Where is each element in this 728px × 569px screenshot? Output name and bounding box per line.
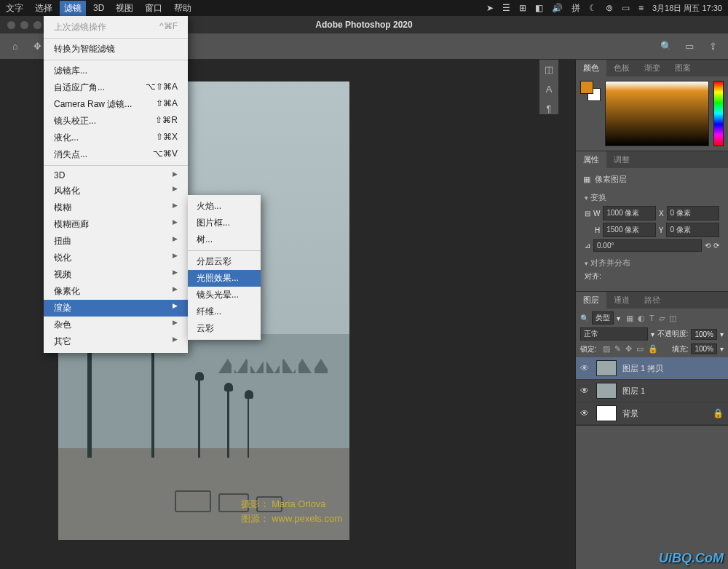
menu-group-other[interactable]: 其它▶ bbox=[44, 333, 188, 350]
filter-pixel-icon[interactable]: ▦ bbox=[626, 314, 633, 323]
submenu-difference-clouds[interactable]: 分层云彩 bbox=[188, 253, 261, 270]
x-field[interactable]: 0 像素 bbox=[667, 206, 719, 220]
layer-name[interactable]: 图层 1 拷贝 bbox=[622, 363, 663, 374]
layer-thumbnail[interactable] bbox=[596, 405, 617, 421]
paragraph-icon[interactable]: ¶ bbox=[547, 103, 552, 114]
tab-layers[interactable]: 图层 bbox=[576, 292, 606, 309]
wechat-icon[interactable]: ☰ bbox=[502, 3, 510, 13]
submenu-picture-frame[interactable]: 图片框... bbox=[188, 215, 261, 231]
menu-group-video[interactable]: 视频▶ bbox=[44, 266, 188, 283]
filter-adjust-icon[interactable]: ◐ bbox=[638, 314, 645, 323]
input-method[interactable]: 拼 bbox=[571, 2, 580, 15]
menu-text[interactable]: 文字 bbox=[6, 2, 23, 15]
menu-filter[interactable]: 滤镜 bbox=[60, 1, 86, 16]
submenu-tree[interactable]: 树... bbox=[188, 231, 261, 248]
opacity-field[interactable]: 100% bbox=[691, 329, 717, 340]
menu-select[interactable]: 选择 bbox=[35, 2, 52, 15]
location-icon[interactable]: ➤ bbox=[486, 3, 494, 13]
height-field[interactable]: 1500 像素 bbox=[603, 223, 656, 237]
layer-item[interactable]: 👁 图层 1 bbox=[576, 380, 728, 402]
flip-v-icon[interactable]: ⟳ bbox=[713, 242, 719, 250]
submenu-lighting-effects[interactable]: 光照效果... bbox=[188, 270, 261, 287]
menu-camera-raw[interactable]: Camera Raw 滤镜...⇧⌘A bbox=[44, 96, 188, 113]
layer-item[interactable]: 👁 图层 1 拷贝 bbox=[576, 357, 728, 380]
visibility-icon[interactable]: 👁 bbox=[580, 363, 590, 373]
tab-gradients[interactable]: 渐变 bbox=[637, 60, 668, 76]
menu-liquify[interactable]: 液化...⇧⌘X bbox=[44, 130, 188, 146]
fg-bg-swatch[interactable] bbox=[580, 81, 601, 101]
grid-icon[interactable]: ⊞ bbox=[519, 3, 526, 13]
menu-window[interactable]: 窗口 bbox=[145, 2, 162, 15]
character-icon[interactable]: A bbox=[546, 84, 553, 95]
tab-adjustments[interactable]: 调整 bbox=[606, 151, 637, 168]
tab-paths[interactable]: 路径 bbox=[637, 292, 668, 309]
menu-group-render[interactable]: 渲染▶ bbox=[44, 300, 188, 317]
menu-adaptive-wide[interactable]: 自适应广角...⌥⇧⌘A bbox=[44, 79, 188, 96]
battery-icon[interactable]: ▭ bbox=[622, 3, 630, 13]
layer-item[interactable]: 👁 背景 🔒 bbox=[576, 402, 728, 425]
menu-group-distort[interactable]: 扭曲▶ bbox=[44, 233, 188, 250]
tab-channels[interactable]: 通道 bbox=[606, 292, 637, 309]
layer-name[interactable]: 背景 bbox=[622, 408, 638, 419]
move-tool-icon[interactable]: ✥ bbox=[29, 39, 45, 55]
submenu-clouds[interactable]: 云彩 bbox=[188, 320, 261, 337]
notification-icon[interactable]: ◧ bbox=[535, 3, 543, 13]
menu-group-stylize[interactable]: 风格化▶ bbox=[44, 183, 188, 199]
lock-pixels-icon[interactable]: ▨ bbox=[603, 344, 610, 354]
lock-move-icon[interactable]: ✥ bbox=[625, 344, 632, 354]
blend-mode-select[interactable]: 正常 bbox=[580, 327, 648, 341]
menu-3d[interactable]: 3D bbox=[93, 3, 104, 13]
menu-convert-smart[interactable]: 转换为智能滤镜 bbox=[44, 41, 188, 57]
volume-icon[interactable]: 🔊 bbox=[552, 3, 563, 13]
filter-text-icon[interactable]: T bbox=[649, 314, 654, 323]
traffic-lights[interactable] bbox=[7, 21, 41, 29]
menu-group-pixelate[interactable]: 像素化▶ bbox=[44, 283, 188, 300]
transform-section-label[interactable]: 变换 bbox=[590, 193, 606, 202]
hue-slider[interactable] bbox=[713, 81, 724, 146]
y-field[interactable]: 0 像素 bbox=[666, 223, 719, 237]
link-icon[interactable]: ⊟ bbox=[585, 210, 590, 218]
visibility-icon[interactable]: 👁 bbox=[580, 408, 590, 418]
align-section-label[interactable]: 对齐并分布 bbox=[590, 258, 630, 267]
search-icon[interactable]: 🔍 bbox=[658, 39, 674, 55]
angle-field[interactable]: 0.00° bbox=[593, 239, 702, 252]
filter-smart-icon[interactable]: ◫ bbox=[669, 314, 676, 323]
menu-group-noise[interactable]: 杂色▶ bbox=[44, 317, 188, 333]
submenu-fibers[interactable]: 纤维... bbox=[188, 303, 261, 320]
tab-patterns[interactable]: 图案 bbox=[668, 60, 698, 76]
menu-group-blur-gallery[interactable]: 模糊画廊▶ bbox=[44, 216, 188, 233]
tab-properties[interactable]: 属性 bbox=[576, 151, 606, 168]
lock-brush-icon[interactable]: ✎ bbox=[614, 344, 621, 354]
fill-field[interactable]: 100% bbox=[691, 343, 717, 354]
menu-lens-correction[interactable]: 镜头校正...⇧⌘R bbox=[44, 113, 188, 130]
menu-group-blur[interactable]: 模糊▶ bbox=[44, 199, 188, 216]
menu-vanishing[interactable]: 消失点...⌥⌘V bbox=[44, 146, 188, 163]
submenu-flame[interactable]: 火焰... bbox=[188, 198, 261, 215]
filter-shape-icon[interactable]: ▱ bbox=[659, 314, 665, 323]
home-icon[interactable]: ⌂ bbox=[7, 39, 23, 55]
moon-icon[interactable]: ☾ bbox=[589, 3, 597, 13]
visibility-icon[interactable]: 👁 bbox=[580, 386, 590, 396]
color-field[interactable] bbox=[605, 81, 709, 146]
share-icon[interactable]: ⇪ bbox=[705, 39, 721, 55]
layer-thumbnail[interactable] bbox=[596, 360, 617, 376]
lock-all-icon[interactable]: 🔒 bbox=[648, 344, 658, 354]
width-field[interactable]: 1000 像素 bbox=[603, 206, 655, 220]
tab-color[interactable]: 颜色 bbox=[576, 60, 606, 76]
flip-h-icon[interactable]: ⟲ bbox=[705, 242, 711, 250]
workspace-icon[interactable]: ▭ bbox=[681, 39, 697, 55]
layer-filter-type[interactable]: 类型 bbox=[592, 311, 614, 325]
menu-view[interactable]: 视图 bbox=[116, 2, 133, 15]
wifi-icon[interactable]: ⊚ bbox=[606, 3, 613, 13]
tab-swatches[interactable]: 色板 bbox=[606, 60, 637, 76]
layer-thumbnail[interactable] bbox=[596, 383, 617, 399]
submenu-lens-flare[interactable]: 镜头光晕... bbox=[188, 287, 261, 303]
layer-name[interactable]: 图层 1 bbox=[622, 386, 645, 397]
history-icon[interactable]: ◫ bbox=[545, 64, 553, 75]
lock-artboard-icon[interactable]: ▭ bbox=[636, 344, 644, 354]
menubar-datetime[interactable]: 3月18日 周五 17:30 bbox=[652, 3, 722, 14]
menu-help[interactable]: 帮助 bbox=[174, 2, 191, 15]
menu-group-3d[interactable]: 3D▶ bbox=[44, 168, 188, 183]
menu-group-sharpen[interactable]: 锐化▶ bbox=[44, 250, 188, 266]
control-center-icon[interactable]: ≡ bbox=[638, 3, 644, 13]
